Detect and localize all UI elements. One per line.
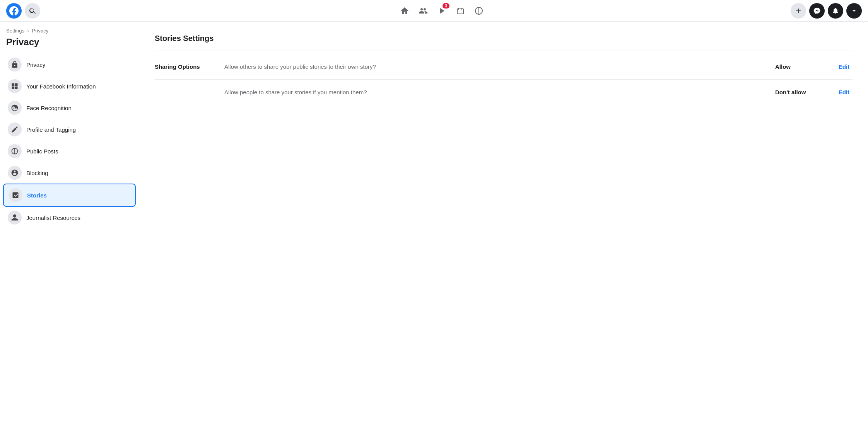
sidebar-item-label-face-recog: Face Recognition (26, 105, 72, 111)
sidebar-item-label-blocking: Blocking (26, 170, 48, 176)
globe-icon (11, 147, 19, 155)
sidebar-item-label-fb-info: Your Facebook Information (26, 83, 96, 90)
chevron-down-icon (850, 7, 858, 15)
breadcrumb-root[interactable]: Settings (6, 28, 24, 34)
settings-row-sharing-allow-others: Sharing Options Allow others to share yo… (155, 54, 853, 80)
nav-watch-button[interactable]: 3 (432, 2, 451, 20)
block-person-icon (11, 169, 19, 177)
sidebar-item-label-profile-tagging: Profile and Tagging (26, 126, 76, 133)
watch-badge: 3 (443, 3, 449, 9)
sharing-allow-others-edit-button[interactable]: Edit (836, 62, 853, 71)
messenger-button[interactable] (809, 3, 825, 19)
sidebar-item-label-public-posts: Public Posts (26, 148, 58, 155)
breadcrumb-separator: › (27, 28, 29, 34)
topnav-center: 3 (99, 2, 784, 20)
bell-icon (832, 7, 839, 15)
create-button[interactable] (791, 3, 806, 19)
notifications-button[interactable] (828, 3, 843, 19)
sidebar-item-stories[interactable]: Stories (3, 184, 136, 207)
sidebar-item-label-journalist: Journalist Resources (26, 214, 80, 221)
search-button[interactable] (25, 3, 40, 19)
topnav-right (784, 3, 862, 19)
profile-tag-icon-container (8, 123, 22, 136)
sharing-allow-others-action-col: Edit (829, 62, 853, 71)
privacy-icon-container (8, 58, 22, 71)
home-icon (400, 6, 409, 15)
face-icon (11, 104, 19, 112)
nav-home-button[interactable] (395, 2, 414, 20)
sidebar-item-facebook-information[interactable]: Your Facebook Information (3, 75, 136, 97)
sharing-allow-others-value: Allow (775, 63, 829, 70)
stories-icon-container (9, 188, 22, 202)
account-button[interactable] (846, 3, 862, 19)
mention-sharing-value: Don't allow (775, 89, 829, 95)
breadcrumb: Settings › Privacy (3, 28, 136, 35)
sidebar: Settings › Privacy Privacy Privacy Your … (0, 22, 139, 439)
sidebar-item-public-posts[interactable]: Public Posts (3, 140, 136, 162)
public-posts-icon-container (8, 144, 22, 158)
sidebar-item-journalist-resources[interactable]: Journalist Resources (3, 207, 136, 228)
sharing-options-label: Sharing Options (155, 63, 224, 70)
mention-sharing-description: Allow people to share your stories if yo… (224, 88, 775, 96)
sidebar-title: Privacy (3, 35, 136, 54)
sharing-allow-others-description: Allow others to share your public storie… (224, 63, 775, 71)
sidebar-item-blocking[interactable]: Blocking (3, 162, 136, 184)
nav-groups-button[interactable] (470, 2, 488, 20)
messenger-icon (813, 7, 821, 15)
page-layout: Settings › Privacy Privacy Privacy Your … (0, 22, 868, 439)
journalist-icon (11, 214, 19, 221)
page-title: Stories Settings (155, 34, 853, 43)
plus-icon (795, 7, 802, 15)
blocking-icon-container (8, 166, 22, 180)
top-divider (155, 51, 853, 51)
edit-icon (11, 126, 19, 133)
search-icon (29, 7, 36, 14)
sidebar-item-face-recognition[interactable]: Face Recognition (3, 97, 136, 119)
nav-marketplace-button[interactable] (451, 2, 470, 20)
top-navigation: 3 (0, 0, 868, 22)
fb-info-icon-container (8, 79, 22, 93)
main-content: Stories Settings Sharing Options Allow o… (139, 22, 868, 439)
facebook-logo-icon (9, 6, 19, 15)
sidebar-item-label-privacy: Privacy (26, 61, 45, 68)
lock-icon (11, 61, 19, 68)
settings-row-mention-sharing: Allow people to share your stories if yo… (155, 80, 853, 105)
nav-friends-button[interactable] (414, 2, 432, 20)
marketplace-icon (456, 6, 465, 15)
friends-icon (419, 6, 428, 15)
mention-sharing-edit-button[interactable]: Edit (836, 87, 853, 97)
stories-icon (12, 191, 19, 199)
journalist-icon-container (8, 211, 22, 225)
grid-icon (11, 82, 19, 90)
groups-icon (474, 6, 484, 15)
facebook-logo[interactable] (6, 3, 22, 19)
mention-sharing-action-col: Edit (829, 87, 853, 97)
face-recog-icon-container (8, 101, 22, 115)
sidebar-item-profile-tagging[interactable]: Profile and Tagging (3, 119, 136, 140)
topnav-left (6, 3, 99, 19)
sidebar-item-label-stories: Stories (27, 192, 47, 199)
breadcrumb-current: Privacy (32, 28, 49, 34)
sidebar-item-privacy[interactable]: Privacy (3, 54, 136, 75)
